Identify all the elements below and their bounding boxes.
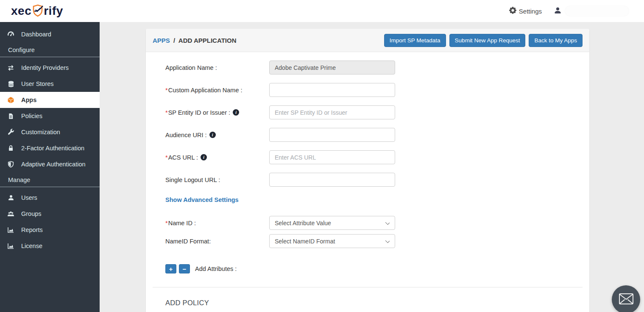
area-chart-icon [7, 226, 14, 234]
info-icon[interactable]: i [201, 154, 207, 160]
dashboard-gauge-icon [7, 31, 14, 38]
lock-icon [7, 145, 14, 152]
import-sp-metadata-button[interactable]: Import SP Metadata [384, 34, 446, 47]
top-header: xec rify Settings [0, 0, 644, 22]
sidebar-item-identity-providers[interactable]: Identity Providers [0, 60, 100, 76]
panel-header: APPS / ADD APPLICATION Import SP Metadat… [146, 29, 589, 52]
exchange-arrows-icon [7, 64, 14, 72]
wrench-icon [7, 129, 14, 136]
gear-icon [509, 7, 516, 16]
add-application-panel: APPS / ADD APPLICATION Import SP Metadat… [146, 29, 589, 312]
chevron-down-icon [385, 239, 390, 243]
document-icon [7, 113, 14, 120]
application-name-field [269, 61, 395, 75]
name-id-label: * Name ID : [165, 220, 269, 226]
show-advanced-settings-link[interactable]: Show Advanced Settings [165, 196, 239, 203]
logo-text-post: rify [44, 4, 63, 18]
shield-logo-icon [32, 4, 43, 19]
sidebar-item-customization[interactable]: Customization [0, 124, 100, 140]
contact-mail-button[interactable] [612, 285, 640, 312]
settings-label: Settings [519, 8, 542, 15]
sidebar-section-manage: Manage [0, 172, 100, 186]
logo-text-pre: xec [11, 4, 31, 18]
people-group-icon [7, 210, 14, 218]
sidebar-section-configure: Configure [0, 42, 100, 56]
sidebar-item-users[interactable]: Users [0, 190, 100, 206]
sidebar-item-dashboard[interactable]: Dashboard [0, 26, 100, 42]
custom-application-name-label: * Custom Application Name : [165, 87, 269, 94]
sp-entity-id-field[interactable] [269, 105, 395, 119]
sidebar-nav: Dashboard Configure Identity Providers U… [0, 22, 100, 312]
remove-attribute-button[interactable]: − [179, 264, 190, 273]
sidebar-item-license[interactable]: License [0, 238, 100, 254]
required-marker: * [165, 109, 168, 116]
custom-application-name-field[interactable] [269, 83, 395, 97]
user-icon [554, 6, 562, 16]
breadcrumb: APPS / ADD APPLICATION [153, 37, 237, 44]
envelope-icon [619, 293, 634, 306]
sidebar-item-apps[interactable]: Apps [0, 92, 100, 108]
database-icon [7, 80, 14, 88]
sidebar-item-user-stores[interactable]: User Stores [0, 76, 100, 92]
acs-url-field[interactable] [269, 150, 395, 164]
application-name-label: Application Name : [165, 64, 269, 71]
add-application-form: Application Name : * Custom Application … [146, 52, 589, 307]
acs-url-label: * ACS URL : i [165, 154, 269, 161]
xecurify-logo[interactable]: xec rify [11, 4, 63, 18]
username-redacted [565, 6, 629, 16]
info-icon[interactable]: i [233, 109, 239, 116]
back-to-my-apps-button[interactable]: Back to My Apps [529, 34, 583, 47]
breadcrumb-current: ADD APPLICATION [178, 37, 237, 44]
sidebar-item-groups[interactable]: Groups [0, 206, 100, 222]
name-id-select[interactable]: Select Attribute Value [269, 216, 395, 230]
sidebar-item-reports[interactable]: Reports [0, 222, 100, 238]
breadcrumb-separator: / [173, 37, 175, 44]
user-menu[interactable] [554, 6, 629, 16]
info-icon[interactable]: i [209, 132, 216, 138]
chevron-down-icon [385, 221, 390, 225]
sidebar-divider [0, 187, 100, 187]
shield-icon [7, 161, 14, 168]
nameid-format-label: NameID Format: [165, 238, 269, 245]
add-attributes-row: + − Add Attributes : [165, 264, 583, 273]
nameid-format-select[interactable]: Select NameID Format [269, 234, 395, 248]
add-policy-title: ADD POLICY [165, 299, 583, 307]
person-icon [7, 194, 14, 202]
required-marker: * [165, 220, 168, 226]
section-divider [153, 287, 583, 287]
required-marker: * [165, 154, 168, 161]
settings-button[interactable]: Settings [509, 7, 542, 16]
area-chart-icon [7, 243, 14, 250]
audience-uri-label: Audience URI : i [165, 132, 269, 138]
audience-uri-field[interactable] [269, 128, 395, 142]
sidebar-item-adaptive-auth[interactable]: Adaptive Authentication [0, 156, 100, 172]
required-marker: * [165, 87, 168, 94]
sidebar-divider [0, 57, 100, 57]
sp-entity-id-label: * SP Entity ID or Issuer : i [165, 109, 269, 116]
sidebar-item-2fa[interactable]: 2-Factor Authentication [0, 140, 100, 156]
single-logout-url-label: Single Logout URL : [165, 177, 269, 183]
add-attribute-button[interactable]: + [165, 264, 176, 273]
cube-icon [7, 97, 14, 104]
breadcrumb-apps-link[interactable]: APPS [153, 37, 170, 44]
single-logout-url-field[interactable] [269, 173, 395, 187]
sidebar-item-policies[interactable]: Policies [0, 108, 100, 124]
add-attributes-label: Add Attributes : [195, 265, 237, 272]
submit-new-app-request-button[interactable]: Submit New App Request [449, 34, 526, 47]
